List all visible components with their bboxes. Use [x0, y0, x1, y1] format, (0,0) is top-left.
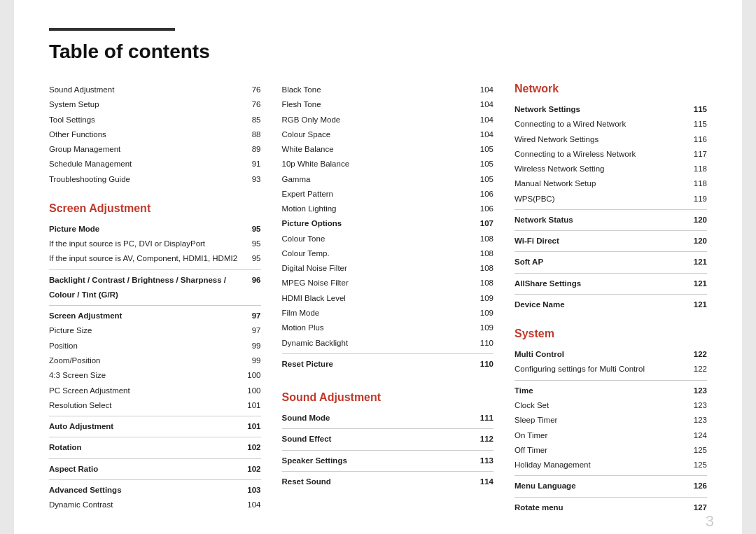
- item-page: 105: [472, 172, 493, 187]
- item-page: 120: [686, 213, 707, 227]
- divider: [514, 380, 707, 381]
- list-item: Menu Language126: [514, 479, 707, 493]
- list-item: Sound Adjustment76: [49, 83, 261, 97]
- item-page: 100: [240, 384, 261, 398]
- list-item: Group Management89: [49, 142, 261, 157]
- item-label: MPEG Noise Filter: [282, 276, 473, 290]
- item-page: 89: [240, 142, 261, 157]
- list-item: Clock Set123: [514, 398, 707, 413]
- item-page: 109: [472, 321, 493, 335]
- item-page: 88: [240, 127, 261, 142]
- list-item: Manual Network Setup118: [514, 176, 707, 191]
- list-item: Advanced Settings103: [49, 483, 261, 498]
- divider: [282, 471, 494, 472]
- divider: [49, 305, 261, 306]
- item-label: Schedule Management: [49, 157, 240, 171]
- divider: [49, 479, 261, 480]
- list-item: Dynamic Backlight110: [282, 336, 494, 351]
- list-item: Other Functions88: [49, 127, 261, 142]
- item-page: 76: [240, 83, 261, 97]
- item-label: Wireless Network Setting: [514, 162, 686, 176]
- list-item: PC Screen Adjustment100: [49, 384, 261, 398]
- screen-adjustment-heading: Screen Adjustment: [49, 202, 261, 215]
- item-label: Flesh Tone: [282, 97, 473, 112]
- column-1: Sound Adjustment76System Setup76Tool Set…: [49, 83, 282, 515]
- screen-list: Picture Mode95If the input source is PC,…: [49, 222, 261, 513]
- list-item: Black Tone104: [282, 83, 494, 97]
- list-item: Rotation102: [49, 440, 261, 455]
- divider: [514, 209, 707, 210]
- item-page: 115: [686, 102, 707, 117]
- list-item: Zoom/Position99: [49, 353, 261, 368]
- item-page: 122: [686, 347, 707, 362]
- sound-list: Sound Mode111Sound Effect112Speaker Sett…: [282, 411, 494, 489]
- list-item: Schedule Management91: [49, 157, 261, 171]
- divider: [514, 497, 707, 498]
- item-page: 119: [686, 192, 707, 206]
- page-number: 3: [706, 512, 714, 531]
- divider: [514, 251, 707, 252]
- list-item: Network Status120: [514, 213, 707, 227]
- list-item: Device Name121: [514, 297, 707, 312]
- item-page: 99: [240, 339, 261, 353]
- item-label: Digital Noise Filter: [282, 261, 473, 276]
- item-label: Dynamic Contrast: [49, 498, 240, 512]
- item-label: Manual Network Setup: [514, 176, 686, 191]
- divider: [49, 458, 261, 459]
- item-page: 121: [686, 255, 707, 269]
- list-item: Motion Plus109: [282, 321, 494, 335]
- divider: [49, 269, 261, 270]
- item-label: Network Settings: [514, 102, 686, 117]
- item-page: 125: [686, 458, 707, 472]
- item-label: System Setup: [49, 97, 240, 112]
- column-3: Network Network Settings115Connecting to…: [514, 83, 707, 515]
- item-page: 122: [686, 362, 707, 377]
- item-label: Black Tone: [282, 83, 473, 97]
- item-page: 108: [472, 246, 493, 261]
- item-label: Picture Size: [49, 323, 240, 338]
- item-label: 4:3 Screen Size: [49, 368, 240, 383]
- column-2: Black Tone104Flesh Tone104RGB Only Mode1…: [282, 83, 515, 515]
- item-page: 95: [240, 237, 261, 251]
- item-label: Sleep Timer: [514, 413, 686, 428]
- item-page: 104: [472, 127, 493, 142]
- item-label: RGB Only Mode: [282, 113, 473, 127]
- item-page: 108: [472, 232, 493, 246]
- item-page: 118: [686, 176, 707, 191]
- divider: [49, 416, 261, 416]
- list-item: Expert Pattern106: [282, 187, 494, 202]
- list-item: System Setup76: [49, 97, 261, 112]
- item-label: Zoom/Position: [49, 353, 240, 368]
- item-page: 123: [686, 398, 707, 413]
- item-page: 109: [472, 306, 493, 321]
- list-item: HDMI Black Level109: [282, 291, 494, 306]
- item-label: 10p White Balance: [282, 157, 473, 171]
- list-item: Resolution Select101: [49, 398, 261, 413]
- list-item: Rotate menu127: [514, 500, 707, 515]
- item-page: 106: [472, 187, 493, 202]
- item-label: If the input source is AV, Component, HD…: [49, 251, 240, 266]
- columns-container: Sound Adjustment76System Setup76Tool Set…: [49, 83, 707, 515]
- item-label: Film Mode: [282, 306, 473, 321]
- item-page: 112: [472, 432, 493, 447]
- item-label: Multi Control: [514, 347, 686, 362]
- item-page: 117: [686, 147, 707, 162]
- item-label: Time: [514, 384, 686, 398]
- item-page: 107: [472, 216, 493, 231]
- item-page: 110: [472, 336, 493, 351]
- divider: [282, 353, 494, 354]
- item-page: 102: [240, 440, 261, 455]
- item-page: 121: [686, 297, 707, 312]
- divider: [514, 273, 707, 274]
- item-label: Reset Picture: [282, 357, 473, 372]
- picture-options-list: Picture Options107Colour Tone108Colour T…: [282, 216, 494, 372]
- list-item: Picture Size97: [49, 323, 261, 338]
- item-page: 113: [472, 454, 493, 468]
- list-item: Auto Adjustment101: [49, 419, 261, 434]
- list-item: MPEG Noise Filter108: [282, 276, 494, 290]
- list-item: Digital Noise Filter108: [282, 261, 494, 276]
- item-page: 101: [240, 419, 261, 434]
- list-item: Multi Control122: [514, 347, 707, 362]
- item-page: 96: [240, 273, 261, 288]
- item-label: If the input source is PC, DVI or Displa…: [49, 237, 240, 251]
